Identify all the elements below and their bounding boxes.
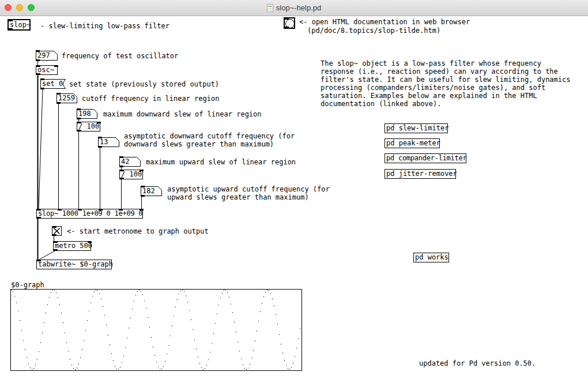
inlet-nub[interactable]	[36, 50, 40, 52]
message-set-state[interactable]: set 0	[40, 79, 66, 89]
inlet-nub[interactable]	[78, 209, 82, 211]
inlet-nub[interactable]	[97, 122, 101, 123]
outlet-nub[interactable]	[120, 178, 124, 179]
patch-canvas[interactable]: slop~ - slew-limiting low-pass filter <-…	[0, 16, 588, 383]
outlet-nub[interactable]	[77, 118, 81, 119]
comment-updated: updated for Pd version 0.50.	[419, 359, 536, 367]
outlet-nub[interactable]	[36, 59, 40, 61]
inlet-nub[interactable]	[52, 226, 56, 228]
outlet-nub[interactable]	[119, 166, 123, 167]
comment-open-docs: <- open HTML documentation in web browse…	[299, 18, 470, 26]
inlet-nub[interactable]	[119, 156, 123, 158]
inlet-nub[interactable]	[120, 170, 124, 171]
subpatch-peak-meter[interactable]: pd peak-meter	[385, 138, 440, 148]
outlet-nub[interactable]	[52, 234, 56, 236]
outlet-nub[interactable]	[285, 27, 289, 28]
comment-metronome: <- start metronome to graph output	[67, 227, 209, 235]
outlet-nub[interactable]	[141, 195, 145, 197]
inlet-nub[interactable]	[40, 78, 44, 80]
inlet-nub[interactable]	[140, 209, 144, 211]
object-divide-b[interactable]: / 100	[119, 170, 143, 179]
outlet-nub[interactable]	[56, 102, 61, 104]
comment-up-slew: maximum upward slew of linear region	[146, 158, 296, 166]
inlet-nub[interactable]	[37, 209, 41, 211]
inlet-nub[interactable]	[77, 108, 81, 110]
object-tabwrite[interactable]: tabwrite~ $0-graph	[36, 260, 112, 269]
outlet-nub[interactable]	[54, 249, 58, 251]
number-box-down-asym[interactable]: 13	[98, 137, 119, 147]
inlet-nub[interactable]	[54, 65, 58, 67]
graph-label: $0-graph	[11, 281, 44, 289]
number-box-up-slew[interactable]: 42	[119, 157, 141, 167]
inlet-nub[interactable]	[77, 122, 81, 123]
outlet-nub[interactable]	[9, 28, 13, 30]
inlet-nub[interactable]	[36, 65, 40, 67]
comment-cutoff: cutoff frequency in linear region	[82, 95, 219, 103]
number-box-up-asym[interactable]: 182	[141, 186, 162, 196]
window-title: slop~-help.pd	[276, 3, 321, 12]
inlet-nub[interactable]	[58, 209, 62, 211]
pd-window: slop~-help.pd s	[0, 0, 588, 383]
inlet-nub[interactable]	[37, 260, 41, 261]
comment-up-asym: asymptotic upward cutoff frequency (for …	[167, 185, 330, 201]
comment-down-asym: asymptotic downward cutoff frequency (fo…	[124, 132, 295, 148]
inlet-nub[interactable]	[56, 93, 61, 95]
inlet-nub[interactable]	[9, 20, 13, 21]
subpatch-jitter-remover[interactable]: pd jitter-remover	[385, 169, 456, 179]
comment-down-slew: maximum downward slew of linear region	[103, 110, 262, 118]
subpatch-compander-limiter[interactable]: pd compander-limiter	[385, 153, 466, 163]
number-box-down-slew[interactable]: 198	[77, 109, 97, 119]
inlet-nub[interactable]	[99, 209, 103, 211]
outlet-nub[interactable]	[36, 73, 40, 75]
outlet-nub[interactable]	[40, 88, 44, 89]
object-divide-a[interactable]: / 100	[77, 122, 100, 132]
comment-description: The slop~ object is a low-pass filter wh…	[321, 59, 570, 108]
outlet-nub[interactable]	[98, 146, 102, 148]
inlet-nub[interactable]	[54, 241, 58, 243]
titlebar[interactable]: slop~-help.pd	[0, 0, 588, 16]
object-metro[interactable]: metro 500	[53, 241, 91, 251]
inlet-nub[interactable]	[141, 186, 145, 187]
object-slop-main[interactable]: slop~ 1000 1e+09 0 1e+09 0	[36, 209, 143, 219]
outlet-nub[interactable]	[77, 130, 81, 132]
inlet-nub[interactable]	[119, 209, 123, 211]
object-osc[interactable]: osc~	[36, 65, 58, 75]
inlet-nub[interactable]	[285, 18, 289, 20]
subpatch-slew-limiter[interactable]: pd slew-limiter	[385, 123, 448, 133]
inlet-nub[interactable]	[88, 241, 92, 243]
comment-title-desc: - slew-limiting low-pass filter	[40, 22, 169, 30]
subpatch-works[interactable]: pd works	[413, 253, 449, 262]
toggle-metronome[interactable]	[52, 226, 62, 236]
array-graph	[10, 289, 302, 371]
inlet-nub[interactable]	[98, 137, 102, 138]
window-title-area: slop~-help.pd	[0, 0, 588, 16]
object-slop-title[interactable]: slop~	[7, 19, 31, 31]
number-box-frequency[interactable]: 297	[36, 51, 58, 61]
bang-open-docs[interactable]	[284, 17, 295, 29]
comment-frequency: frequency of test oscillator	[62, 52, 178, 60]
comment-open-docs-path: (pd/doc/8.topics/slop-tilde.htm)	[307, 27, 440, 35]
document-icon	[267, 4, 273, 12]
number-box-cutoff[interactable]: 1259	[56, 93, 77, 103]
outlet-nub[interactable]	[37, 217, 41, 219]
comment-set-state: set state (previously stored output)	[69, 80, 219, 88]
inlet-nub[interactable]	[140, 170, 144, 171]
